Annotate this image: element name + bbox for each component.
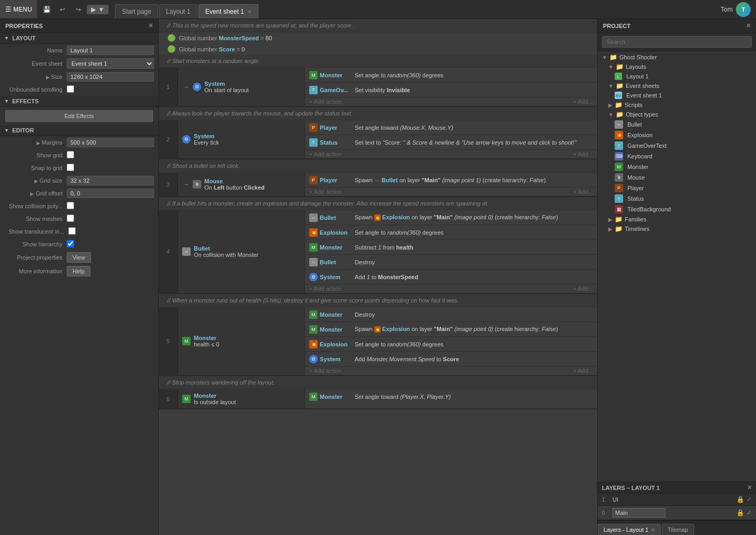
layer-visible-icon-main[interactable]: ✓ (746, 509, 752, 516)
action-objname-2-2: Status (320, 139, 338, 146)
tree-item-mouse[interactable]: 🖱 Mouse (615, 172, 752, 183)
snapgrid-checkbox[interactable] (67, 164, 74, 171)
translucent-label: Show translucent in... (8, 228, 68, 235)
status-icon-2-2: T (309, 138, 318, 147)
hierarchy-value (67, 240, 154, 249)
prop-hierarchy-row: Show hierarchy (0, 238, 158, 251)
layers-close-icon[interactable]: ✕ (747, 484, 752, 491)
action-text-4-3: Subtract 1 from health (355, 244, 593, 251)
showgrid-checkbox[interactable] (67, 151, 74, 158)
size-input[interactable] (67, 72, 154, 82)
gridoffset-input[interactable] (67, 189, 154, 198)
tree-item-families[interactable]: ▶ 📁 Families (608, 215, 752, 224)
tree-item-tiled[interactable]: ▦ TiledBackground (615, 204, 752, 215)
comment-5: // If a bullet hits a monster, create an… (159, 197, 597, 210)
run-button[interactable]: ▶ ▼ (87, 5, 109, 14)
tab-startpage[interactable]: Start page (115, 4, 158, 19)
event-block-2: 2 ⚙ System Every tick P Player (159, 120, 597, 159)
tab-close-icon[interactable]: ✕ (247, 9, 251, 15)
unbounded-value (67, 85, 154, 94)
hierarchy-checkbox[interactable] (67, 240, 74, 247)
add-action-right-4[interactable]: + Add... (573, 286, 593, 292)
eventsheet-select[interactable]: Event sheet 1 (67, 58, 154, 69)
layer-lock-icon-main[interactable]: 🔒 (736, 509, 744, 516)
menu-button[interactable]: ☰ MENU (0, 0, 37, 19)
explosion-icon-4-2: 💥 (309, 228, 318, 237)
gridsize-input[interactable] (67, 176, 154, 185)
name-input[interactable] (67, 46, 154, 55)
layer-name-input-main[interactable] (613, 508, 665, 518)
toolbar-icons: 💾 ↩ ↪ ▶ ▼ (37, 2, 111, 17)
layer-lock-icon-ui[interactable]: 🔒 (736, 496, 744, 503)
add-action-left-1[interactable]: + Add action (309, 99, 341, 105)
action-4-1: ↔ Bullet Spawn 💥 Explosion on layer "Mai… (305, 210, 597, 225)
add-action-left-4[interactable]: + Add action (309, 286, 341, 292)
add-action-left-2[interactable]: + Add action (309, 151, 341, 157)
margins-input[interactable] (67, 138, 154, 147)
tree-item-keyboard[interactable]: ⌨ Keyboard (615, 151, 752, 162)
project-close-icon[interactable]: ✕ (746, 22, 751, 29)
meshes-checkbox[interactable] (67, 215, 74, 222)
tree-label-player: Player (627, 185, 644, 191)
event-actions-3: P Player Spawn ↔ Bullet on layer "Main" … (305, 173, 597, 196)
tiled-tree-icon: ▦ (615, 205, 623, 213)
player-icon-3-1: P (309, 176, 318, 184)
tree-item-eventsheet1[interactable]: EV Event sheet 1 (615, 91, 752, 100)
project-label: Project properties (8, 254, 67, 261)
collision-checkbox[interactable] (67, 202, 74, 209)
redo-icon[interactable]: ↪ (71, 2, 86, 17)
tree-item-timelines[interactable]: ▶ 📁 Timelines (608, 224, 752, 234)
action-obj-2-2: T Status (309, 138, 352, 147)
add-action-right-3[interactable]: + Add... (573, 189, 593, 195)
tree-item-ghostshooter[interactable]: ▼ 📁 Ghost Shooter (602, 52, 752, 62)
project-tree: ▼ 📁 Ghost Shooter ▼ 📁 Layouts (598, 51, 756, 482)
properties-close-icon[interactable]: ✕ (148, 22, 153, 29)
comment-7: // Stop monsters wandering off the layou… (159, 376, 597, 389)
showgrid-label: Show grid (8, 152, 67, 158)
action-text-6-1: Set angle toward (Player.X, Player.Y) (355, 394, 593, 400)
folder-icon-objecttypes: 📁 (616, 111, 624, 118)
tree-item-bullet[interactable]: ↔ Bullet (615, 119, 752, 130)
condition-content-1: System On start of layout (204, 81, 249, 93)
add-action-left-5[interactable]: + Add action (309, 368, 341, 374)
add-action-left-3[interactable]: + Add action (309, 189, 341, 195)
event-arrow-3: → (182, 180, 190, 189)
gameover-tree-icon: T (615, 141, 623, 150)
tree-label-families: Families (625, 216, 646, 222)
tree-item-monster[interactable]: M Monster (615, 162, 752, 172)
bottom-tab-tilemap[interactable]: Tilemap (662, 524, 694, 535)
tree-label-mouse: Mouse (627, 174, 645, 181)
add-action-right-5[interactable]: + Add... (573, 368, 593, 374)
bottom-tab-layers-close[interactable]: ✕ (651, 527, 655, 533)
user-avatar[interactable]: T (736, 2, 751, 17)
add-action-right-2[interactable]: + Add... (573, 151, 593, 157)
event-row-3: 3 → 🖱 Mouse On Left button Clicked P (159, 173, 597, 196)
user-area: Tom T (721, 2, 756, 17)
tab-layout1[interactable]: Layout 1 (159, 4, 197, 19)
tree-item-layouts[interactable]: ▼ 📁 Layouts (608, 62, 752, 72)
tree-item-player[interactable]: P Player (615, 183, 752, 193)
tree-item-explosion[interactable]: 💥 Explosion (615, 130, 752, 140)
tree-item-eventsheets[interactable]: ▼ 📁 Event sheets (608, 81, 752, 91)
layer-visible-icon-ui[interactable]: ✓ (746, 496, 752, 503)
tree-item-status[interactable]: T Status (615, 193, 752, 204)
tree-item-scripts[interactable]: ▶ 📁 Scripts (608, 100, 752, 110)
search-input[interactable] (602, 36, 752, 48)
bottom-tab-layers[interactable]: Layers - Layout 1 ✕ (598, 524, 661, 535)
action-objname-4-4: Bullet (320, 259, 336, 265)
help-button[interactable]: Help (67, 266, 91, 277)
tab-eventsheet1[interactable]: Event sheet 1 ✕ (199, 4, 258, 19)
edit-effects-button[interactable]: Edit Effects (5, 110, 153, 122)
project-view-button[interactable]: View (67, 252, 91, 263)
add-action-right-1[interactable]: + Add... (573, 99, 593, 105)
tree-item-layout1[interactable]: L Layout 1 (615, 72, 752, 81)
translucent-checkbox[interactable] (68, 227, 76, 235)
layout-section-header[interactable]: ▼ LAYOUT (0, 33, 158, 44)
effects-section-header[interactable]: ▼ EFFECTS (0, 96, 158, 107)
save-icon[interactable]: 💾 (39, 2, 54, 17)
undo-icon[interactable]: ↩ (55, 2, 70, 17)
tree-item-objecttypes[interactable]: ▼ 📁 Object types (608, 110, 752, 119)
unbounded-checkbox[interactable] (67, 85, 74, 93)
tree-item-gameovertext[interactable]: T GameOverText (615, 140, 752, 151)
editor-section-header[interactable]: ▼ EDITOR (0, 125, 158, 136)
